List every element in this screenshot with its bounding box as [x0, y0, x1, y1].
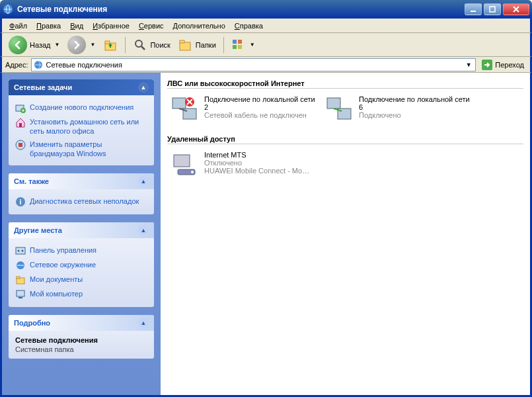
window-icon: [3, 4, 13, 15]
collapse-icon: ▲: [138, 82, 149, 93]
network-connected-icon: [324, 95, 354, 122]
svg-rect-31: [327, 98, 340, 109]
svg-point-22: [22, 250, 24, 252]
connection-status: Подключено: [359, 111, 471, 119]
panel-seealso-header[interactable]: См. также ▲: [9, 173, 154, 189]
sidebar: Сетевые задачи ▲ Создание нового подключ…: [2, 73, 161, 395]
connection-name: Подключение по локальной сети 6: [359, 95, 471, 111]
maximize-button[interactable]: [484, 3, 501, 15]
svg-rect-8: [233, 40, 237, 44]
svg-rect-28: [172, 98, 186, 109]
title-bar: Сетевые подключения: [0, 0, 532, 19]
collapse-icon: ▲: [138, 318, 149, 328]
task-home-network[interactable]: Установить домашнюю сеть или сеть малого…: [15, 115, 147, 138]
toolbar-separator: [125, 37, 126, 53]
lan-items: Подключение по локальной сети 2 Сетевой …: [167, 93, 523, 124]
go-button[interactable]: Переход: [478, 58, 527, 72]
dialup-items: Internet MTS Отключено HUAWEI Mobile Con…: [167, 148, 523, 180]
panel-tasks: Сетевые задачи ▲ Создание нового подключ…: [9, 79, 154, 165]
svg-text:i: i: [19, 198, 21, 206]
search-button[interactable]: Поиск: [130, 36, 172, 54]
forward-button[interactable]: ▼: [65, 34, 98, 56]
back-dropdown-icon[interactable]: ▼: [55, 42, 60, 48]
menu-file[interactable]: Файл: [5, 21, 32, 31]
menu-view[interactable]: Вид: [65, 21, 88, 31]
svg-rect-11: [238, 45, 242, 49]
collapse-icon: ▲: [138, 225, 149, 236]
svg-rect-9: [238, 40, 242, 44]
connection-name: Подключение по локальной сети 2: [204, 95, 317, 111]
task-firewall[interactable]: Изменить параметры брандмауэра Windows: [15, 138, 147, 160]
menu-favorites[interactable]: Избранное: [88, 21, 134, 31]
place-my-computer[interactable]: Мой компьютер: [15, 287, 147, 302]
place-control-panel[interactable]: Панель управления: [15, 243, 147, 258]
panel-details-header[interactable]: Подробно ▲: [9, 315, 154, 331]
address-dropdown-icon[interactable]: ▼: [463, 62, 474, 68]
svg-rect-2: [490, 7, 495, 12]
svg-rect-10: [233, 45, 237, 49]
place-my-documents[interactable]: Мои документы: [15, 273, 147, 287]
address-label: Адрес:: [5, 61, 28, 69]
menu-help[interactable]: Справка: [230, 21, 268, 31]
folders-button[interactable]: Папки: [176, 36, 219, 54]
forward-dropdown-icon[interactable]: ▼: [90, 42, 95, 48]
panel-details: Подробно ▲ Сетевые подключения Системная…: [9, 315, 154, 359]
address-input[interactable]: Сетевые подключения ▼: [31, 58, 476, 71]
svg-point-35: [191, 171, 194, 173]
svg-rect-33: [174, 155, 190, 167]
panel-places-header[interactable]: Другие места ▲: [9, 222, 154, 238]
search-label: Поиск: [150, 41, 170, 49]
panel-seealso: См. также ▲ iДиагностика сетевых неполад…: [9, 173, 154, 214]
window-buttons: [465, 3, 529, 15]
menu-extra[interactable]: Дополнительно: [169, 21, 230, 31]
connection-name: Internet MTS: [204, 151, 309, 159]
svg-rect-4: [105, 41, 110, 44]
window-title: Сетевые подключения: [17, 5, 465, 14]
toolbar: Назад ▼ ▼ Поиск Папки ▼: [0, 33, 532, 57]
close-button[interactable]: [503, 3, 529, 15]
svg-rect-1: [471, 11, 476, 12]
address-icon: [33, 60, 44, 70]
toolbar-separator: [223, 37, 224, 53]
collapse-icon: ▲: [138, 176, 149, 187]
dialup-icon: [170, 151, 199, 177]
go-label: Переход: [495, 61, 524, 69]
panel-tasks-title: Сетевые задачи: [14, 83, 72, 91]
panel-seealso-title: См. также: [14, 177, 49, 185]
svg-rect-27: [19, 297, 22, 298]
panel-details-title: Подробно: [14, 319, 50, 327]
task-new-connection[interactable]: Создание нового подключения: [15, 101, 147, 115]
panel-tasks-header[interactable]: Сетевые задачи ▲: [9, 79, 154, 95]
menu-edit[interactable]: Правка: [32, 21, 65, 31]
menu-bar: Файл Правка Вид Избранное Сервис Дополни…: [0, 19, 532, 33]
svg-rect-16: [19, 123, 22, 127]
svg-rect-6: [180, 42, 190, 50]
back-label: Назад: [30, 41, 51, 49]
details-type: Системная папка: [15, 345, 147, 353]
back-button[interactable]: Назад ▼: [6, 34, 62, 56]
minimize-button[interactable]: [465, 3, 482, 15]
connection-device: HUAWEI Mobile Connect - Mo…: [204, 167, 309, 175]
section-dialup-header: Удаленный доступ: [167, 132, 523, 144]
folders-label: Папки: [196, 41, 216, 49]
svg-point-21: [18, 250, 20, 252]
panel-places: Другие места ▲ Панель управления Сетевое…: [9, 222, 154, 307]
place-network-places[interactable]: Сетевое окружение: [15, 258, 147, 273]
panel-places-title: Другие места: [14, 226, 62, 234]
content-area: ЛВС или высокоскоростной Интернет Подклю…: [161, 73, 530, 395]
menu-service[interactable]: Сервис: [134, 21, 169, 31]
connection-status: Сетевой кабель не подключен: [204, 111, 317, 119]
address-bar: Адрес: Сетевые подключения ▼ Переход: [0, 57, 532, 73]
svg-rect-25: [17, 277, 20, 279]
up-button[interactable]: [100, 36, 120, 54]
connection-item[interactable]: Подключение по локальной сети 2 Сетевой …: [167, 93, 319, 124]
views-dropdown-icon[interactable]: ▼: [250, 42, 255, 48]
section-lan-header: ЛВС или высокоскоростной Интернет: [167, 77, 523, 89]
connection-item[interactable]: Подключение по локальной сети 6 Подключе…: [322, 93, 474, 124]
views-button[interactable]: ▼: [229, 37, 258, 53]
svg-rect-26: [17, 290, 24, 296]
body: Сетевые задачи ▲ Создание нового подключ…: [0, 73, 532, 397]
address-text: Сетевые подключения: [44, 61, 464, 69]
connection-item[interactable]: Internet MTS Отключено HUAWEI Mobile Con…: [167, 148, 319, 180]
seealso-diagnostics[interactable]: iДиагностика сетевых неполадок: [15, 195, 147, 209]
